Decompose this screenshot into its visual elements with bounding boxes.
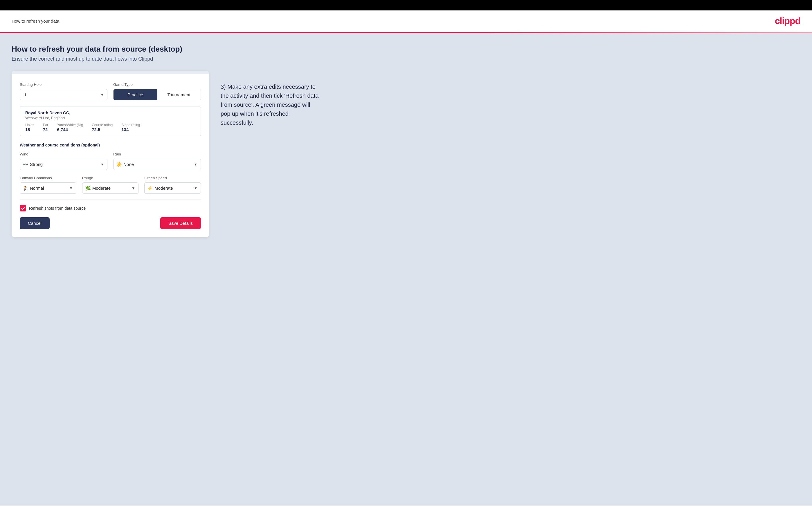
save-button[interactable]: Save Details: [160, 217, 201, 229]
top-bar: [0, 0, 812, 10]
rain-select[interactable]: None: [113, 159, 201, 170]
starting-hole-select-wrapper: 1 ▼: [20, 89, 107, 100]
tournament-button[interactable]: Tournament: [157, 89, 201, 100]
form-actions: Cancel Save Details: [20, 217, 201, 229]
side-text-paragraph: 3) Make any extra edits necessary to the…: [221, 82, 319, 127]
logo: clippd: [775, 16, 800, 26]
rain-label: Rain: [113, 152, 201, 156]
wind-rain-row: Wind 〰️ Strong ▼ Rain ☀️: [20, 152, 201, 170]
slope-rating-label: Slope rating: [121, 123, 140, 127]
refresh-checkbox[interactable]: [20, 205, 26, 212]
holes-value: 18: [25, 127, 34, 132]
course-stats: Holes 18 Par 72 Yards/White (M)) 6,744: [25, 123, 195, 132]
form-card: Starting Hole 1 ▼ Game Type Practice To: [12, 71, 209, 237]
content-row: Starting Hole 1 ▼ Game Type Practice To: [12, 71, 800, 237]
header: How to refresh your data clippd: [0, 10, 812, 32]
starting-hole-game-type-row: Starting Hole 1 ▼ Game Type Practice To: [20, 82, 201, 100]
course-rating-value: 72.5: [92, 127, 113, 132]
wind-select-wrapper: 〰️ Strong ▼: [20, 159, 107, 170]
game-type-buttons: Practice Tournament: [113, 89, 201, 100]
rough-select-wrapper: 🌿 Moderate ▼: [82, 182, 139, 194]
yards-stat: Yards/White (M)) 6,744: [57, 123, 83, 132]
par-stat: Par 72: [43, 123, 48, 132]
rough-select[interactable]: Moderate: [82, 182, 139, 194]
par-label: Par: [43, 123, 48, 127]
wind-group: Wind 〰️ Strong ▼: [20, 152, 107, 170]
fairway-group: Fairway Conditions 🏌️ Normal ▼: [20, 176, 77, 194]
form-card-top: [12, 71, 209, 74]
game-type-label: Game Type: [113, 82, 201, 87]
slope-rating-value: 134: [121, 127, 140, 132]
refresh-checkbox-row[interactable]: Refresh shots from data source: [20, 205, 201, 212]
rough-group: Rough 🌿 Moderate ▼: [82, 176, 139, 194]
course-location: Westward Ho!, England: [25, 116, 195, 120]
yards-label: Yards/White (M)): [57, 123, 83, 127]
green-speed-select[interactable]: Moderate: [144, 182, 201, 194]
holes-label: Holes: [25, 123, 34, 127]
page-title: How to refresh your data from source (de…: [12, 45, 800, 54]
green-speed-group: Green Speed ⚡ Moderate ▼: [144, 176, 201, 194]
starting-hole-select[interactable]: 1: [20, 89, 107, 100]
game-type-group: Game Type Practice Tournament: [113, 82, 201, 100]
refresh-checkbox-label: Refresh shots from data source: [29, 206, 86, 211]
par-value: 72: [43, 127, 48, 132]
side-text: 3) Make any extra edits necessary to the…: [221, 71, 319, 127]
page-subtitle: Ensure the correct and most up to date d…: [12, 56, 800, 62]
fairway-select[interactable]: Normal: [20, 182, 77, 194]
starting-hole-label: Starting Hole: [20, 82, 107, 87]
header-title: How to refresh your data: [12, 18, 59, 23]
practice-button[interactable]: Practice: [113, 89, 157, 100]
divider: [20, 200, 201, 200]
course-info-box: Royal North Devon GC, Westward Ho!, Engl…: [20, 106, 201, 136]
cancel-button[interactable]: Cancel: [20, 217, 50, 229]
starting-hole-group: Starting Hole 1 ▼: [20, 82, 107, 100]
form-inner: Starting Hole 1 ▼ Game Type Practice To: [12, 74, 209, 237]
green-speed-select-wrapper: ⚡ Moderate ▼: [144, 182, 201, 194]
footer: Copyright Clippd 2022: [0, 505, 812, 507]
rain-group: Rain ☀️ None ▼: [113, 152, 201, 170]
fairway-label: Fairway Conditions: [20, 176, 77, 180]
wind-select[interactable]: Strong: [20, 159, 107, 170]
weather-section-label: Weather and course conditions (optional): [20, 143, 201, 147]
yards-value: 6,744: [57, 127, 83, 132]
conditions-row: Fairway Conditions 🏌️ Normal ▼ Rough �: [20, 176, 201, 194]
slope-rating-stat: Slope rating 134: [121, 123, 140, 132]
rain-select-wrapper: ☀️ None ▼: [113, 159, 201, 170]
course-name: Royal North Devon GC,: [25, 111, 195, 115]
green-speed-label: Green Speed: [144, 176, 201, 180]
holes-stat: Holes 18: [25, 123, 34, 132]
course-rating-label: Course rating: [92, 123, 113, 127]
fairway-select-wrapper: 🏌️ Normal ▼: [20, 182, 77, 194]
wind-label: Wind: [20, 152, 107, 156]
course-rating-stat: Course rating 72.5: [92, 123, 113, 132]
rough-label: Rough: [82, 176, 139, 180]
main-content: How to refresh your data from source (de…: [0, 33, 812, 505]
